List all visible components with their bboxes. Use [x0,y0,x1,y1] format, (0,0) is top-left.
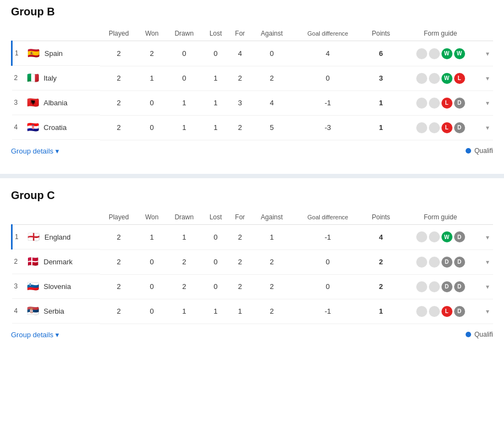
expand-cell[interactable]: ▾ [482,249,493,274]
header-drawn: Drawn [166,26,202,41]
stat-against: 2 [251,249,292,274]
team-name: Albania [44,99,67,107]
header-points: Points [363,210,399,225]
form-circle-loss: L [441,122,452,133]
form-circle-empty [416,257,427,268]
form-guide: LD [401,122,480,133]
team-flag: 🇸🇮 [26,280,39,293]
form-guide: WL [401,73,480,84]
stat-lost: 0 [202,225,229,250]
header-for: For [229,26,251,41]
header-goal_diff: Goal difference [292,210,363,225]
stat-won: 1 [138,66,166,90]
expand-cell[interactable]: ▾ [482,225,493,250]
team-flag: 🏴󠁧󠁢󠁥󠁮󠁧󠁿 [27,230,40,243]
stat-played: 2 [100,66,138,90]
stat-for: 2 [229,115,251,140]
table-row: 4🇭🇷Croatia201125-31LD▾ [12,115,494,140]
chevron-down-icon[interactable]: ▾ [486,75,489,82]
table-row: 3🇦🇱Albania201134-11LD▾ [12,90,494,115]
stat-against: 1 [251,225,292,250]
expand-cell[interactable]: ▾ [482,90,493,115]
stat-drawn: 1 [166,115,202,140]
stat-lost: 0 [202,249,229,274]
stat-won: 2 [138,41,166,66]
stat-won: 0 [138,274,166,299]
form-circle-win: W [441,73,452,84]
chevron-down-icon[interactable]: ▾ [486,234,489,241]
stat-lost: 1 [202,66,229,90]
table-row: 1🇪🇸Spain22004046WW▾ [12,41,494,66]
form-guide-cell: DD [399,274,482,299]
qualifier-label: Qualifi [474,147,493,155]
team-header [12,210,100,225]
group-details-link[interactable]: Group details ▾ [11,331,59,339]
form-circle-draw: D [454,306,465,317]
form-circle-draw: D [454,98,465,109]
expand-cell[interactable]: ▾ [482,115,493,140]
chevron-down-icon[interactable]: ▾ [486,308,489,315]
header-lost: Lost [202,26,229,41]
stat-goal-diff: -3 [292,115,363,140]
chevron-down-icon[interactable]: ▾ [486,50,489,58]
form-guide-cell: DD [399,249,482,274]
stat-points: 3 [363,66,399,90]
chevron-down-icon[interactable]: ▾ [486,283,489,291]
expand-cell[interactable]: ▾ [482,274,493,299]
form-circle-empty [429,48,440,59]
stat-played: 2 [100,90,138,115]
header-for: For [229,210,251,225]
stat-against: 2 [251,274,292,299]
qualifier-dot [466,148,471,154]
stat-points: 2 [363,274,399,299]
stat-played: 2 [100,41,138,66]
team-cell: 1🏴󠁧󠁢󠁥󠁮󠁧󠁿England [13,225,100,249]
form-guide: WW [401,48,480,59]
header-against: Against [251,26,292,41]
form-circle-draw: D [454,257,465,268]
chevron-down-icon[interactable]: ▾ [486,124,489,132]
chevron-down-icon[interactable]: ▾ [486,99,489,107]
stat-drawn: 1 [166,299,202,324]
stat-won: 1 [138,225,166,250]
stat-points: 1 [363,90,399,115]
team-cell: 4🇷🇸Serbia [12,299,100,324]
team-flag: 🇮🇹 [26,71,39,84]
form-circle-win: W [441,48,452,59]
form-circle-empty [416,98,427,109]
stat-for: 2 [229,249,251,274]
expand-cell[interactable]: ▾ [482,299,493,324]
team-flag: 🇩🇰 [26,255,39,268]
team-cell: 1🇪🇸Spain [13,41,100,66]
group-details-label: Group details [11,331,53,339]
team-cell: 4🇭🇷Croatia [12,115,100,140]
stat-points: 1 [363,299,399,324]
stat-played: 2 [100,249,138,274]
stat-goal-diff: 0 [292,249,363,274]
form-guide-cell: LD [399,90,482,115]
chevron-down-icon: ▾ [55,147,59,155]
qualifier-legend: Qualifi [466,147,493,155]
team-name: England [44,233,71,241]
form-circle-loss: L [441,98,452,109]
team-name: Serbia [44,307,65,315]
stat-goal-diff: -1 [292,90,363,115]
group-details-label: Group details [11,147,53,155]
expand-cell[interactable]: ▾ [482,66,493,90]
stat-against: 4 [251,90,292,115]
stat-played: 2 [100,225,138,250]
group-details-link[interactable]: Group details ▾ [11,147,59,155]
stat-for: 2 [229,66,251,90]
chevron-down-icon[interactable]: ▾ [486,258,489,266]
stat-against: 5 [251,115,292,140]
form-circle-win: W [441,231,452,242]
stat-for: 2 [229,274,251,299]
stat-points: 2 [363,249,399,274]
header-form_guide: Form guide [399,210,482,225]
form-circle-empty [429,98,440,109]
team-cell: 2🇮🇹Italy [12,66,100,90]
form-circle-loss: L [454,73,465,84]
team-flag: 🇦🇱 [26,96,39,109]
expand-cell[interactable]: ▾ [482,41,493,66]
stat-against: 2 [251,299,292,324]
